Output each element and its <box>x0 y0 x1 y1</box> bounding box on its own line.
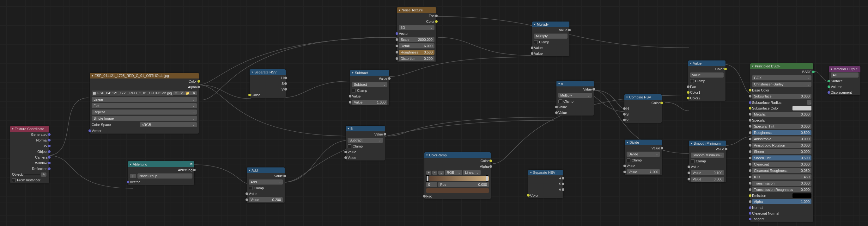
stop-color-swatch[interactable] <box>426 188 489 193</box>
object-picker[interactable]: Object:✎ <box>10 172 49 177</box>
node-header[interactable]: ▾Value <box>688 60 725 66</box>
collapse-icon[interactable]: ▾ <box>130 163 131 166</box>
input-value-2[interactable]: Value1.000 <box>350 99 389 105</box>
remove-stop-button[interactable]: − <box>432 171 437 175</box>
node-header[interactable]: ▾Smooth Minimum <box>689 141 726 146</box>
node-ableitung[interactable]: ▾Ableitung⧉ Ableitung ⛨NodeGroup Vector <box>128 161 194 185</box>
collapse-icon[interactable]: ▾ <box>752 64 754 68</box>
collapse-icon[interactable]: ▾ <box>251 70 253 74</box>
add-stop-button[interactable]: + <box>426 171 431 175</box>
image-preview[interactable]: ▦ESP_041121_1725_RED_C_01_ORTHO.ab.jpg <box>92 90 173 95</box>
node-math-subtract[interactable]: ▾Subtract Value Subtract Clamp Value Val… <box>350 70 389 105</box>
node-header[interactable]: ▾Add <box>247 167 285 173</box>
interp-dropdown[interactable]: Linear <box>463 170 480 175</box>
eyedropper-icon[interactable]: ✎ <box>41 172 46 177</box>
collapse-icon[interactable]: ▾ <box>249 169 250 172</box>
node-math-add[interactable]: ▾Add Value Add Clamp Value Value0.200 <box>247 167 285 203</box>
input-anisotropic-rotation[interactable]: Anisotropic Rotation0.000 <box>750 142 813 148</box>
node-principled-bsdf[interactable]: ▾Principled BSDF BSDF GGX Christensen-Bu… <box>750 63 813 222</box>
color-ramp-gradient[interactable] <box>426 176 489 181</box>
clamp-checkbox[interactable]: Clamp <box>556 98 594 104</box>
stop-index[interactable]: 0 <box>426 182 437 187</box>
collapse-icon[interactable]: ▾ <box>627 141 628 144</box>
node-header[interactable]: ▾Divide <box>625 140 662 145</box>
node-combine-hsv[interactable]: ▾Combine HSV Color H S V <box>624 94 662 123</box>
clamp-checkbox[interactable]: Clamp <box>689 158 726 164</box>
input-clearcoat[interactable]: Clearcoat0.000 <box>750 161 813 167</box>
blend-mode-dropdown[interactable]: Value <box>690 73 723 78</box>
node-header[interactable]: ▾Multiply <box>532 22 569 27</box>
input-scale[interactable]: Scale2000.000 <box>397 36 436 43</box>
operation-dropdown[interactable]: Divide <box>627 151 660 157</box>
node-image-texture[interactable]: ▾ESP_041121_1725_RED_C_01_ORTHO.ab.jpg C… <box>90 73 199 134</box>
collapse-icon[interactable]: ▾ <box>348 127 349 130</box>
input-sheen[interactable]: Sheen0.000 <box>750 148 813 155</box>
source-dropdown[interactable]: Single Image <box>92 116 197 121</box>
node-math-smooth-minimum[interactable]: ▾Smooth Minimum Value Smooth Minimum Cla… <box>689 141 726 182</box>
input-anisotropic[interactable]: Anisotropic0.000 <box>750 136 813 142</box>
input-detail[interactable]: Detail16.000 <box>397 43 436 49</box>
node-material-output[interactable]: ▾Material Output All Surface Volume Disp… <box>829 66 860 95</box>
collapse-icon[interactable]: ▾ <box>92 74 93 77</box>
node-header[interactable]: ▾Noise Texture <box>397 7 436 13</box>
group-icon[interactable]: ⧉ <box>190 162 192 166</box>
input-sheen-tint[interactable]: Sheen Tint0.500 <box>750 155 813 161</box>
input-subsurface-radius[interactable]: Subsurface Radius <box>750 100 813 105</box>
input-transmission[interactable]: Transmission0.000 <box>750 180 813 187</box>
node-math-e[interactable]: ▾e Value Multiply Clamp Value Value <box>556 81 594 116</box>
input-value-3[interactable]: Value0.000 <box>689 176 726 182</box>
node-mix-value[interactable]: ▾Value Color Value Clamp Fac Color1 Colo… <box>688 60 725 101</box>
input-roughness[interactable]: Roughness0.500 <box>397 49 436 55</box>
open-icon[interactable]: 📁 <box>184 91 191 95</box>
operation-dropdown[interactable]: Multiply <box>558 93 592 98</box>
image-row[interactable]: ▦ESP_041121_1725_RED_C_01_ORTHO.ab.jpg ☰… <box>90 90 199 96</box>
clamp-checkbox[interactable]: Clamp <box>625 157 662 163</box>
extension-dropdown[interactable]: Repeat <box>92 110 197 115</box>
input-transmission-roughness[interactable]: Transmission Roughness0.000 <box>750 187 813 193</box>
input-emission[interactable]: Emission <box>750 193 813 198</box>
node-math-b[interactable]: ▾B Value Subtract Clamp Value Value <box>346 126 385 161</box>
input-subsurface-color[interactable]: Subsurface Color <box>750 105 813 111</box>
color-mode-dropdown[interactable]: RGB <box>445 170 462 175</box>
input-subsurface[interactable]: Subsurface0.000 <box>750 93 813 100</box>
nodegroup-picker[interactable]: ⛨NodeGroup <box>128 173 194 179</box>
dimensions-dropdown[interactable]: 3D <box>399 25 434 30</box>
from-instancer-checkbox[interactable]: From Instancer <box>10 177 49 183</box>
input-distortion[interactable]: Distortion0.200 <box>397 55 436 62</box>
collapse-icon[interactable]: ▾ <box>831 67 832 70</box>
input-specular-tint[interactable]: Specular Tint0.000 <box>750 123 813 130</box>
operation-dropdown[interactable]: Subtract <box>348 138 383 143</box>
collapse-icon[interactable]: ▾ <box>558 82 560 85</box>
collapse-icon[interactable]: ▾ <box>12 127 13 131</box>
node-texture-coordinate[interactable]: ▾Texture Coordinate Generated Normal UV … <box>10 126 49 183</box>
collapse-icon[interactable]: ▾ <box>691 142 692 145</box>
collapse-icon[interactable]: ▾ <box>426 153 428 157</box>
collapse-icon[interactable]: ▾ <box>534 23 535 26</box>
operation-dropdown[interactable]: Subtract <box>352 82 388 87</box>
clamp-checkbox[interactable]: Clamp <box>346 143 385 149</box>
node-header[interactable]: ▾B <box>346 126 385 131</box>
clamp-checkbox[interactable]: Clamp <box>688 78 725 84</box>
distribution-dropdown[interactable]: GGX <box>752 75 811 80</box>
clamp-checkbox[interactable]: Clamp <box>532 39 569 45</box>
tools-icon[interactable]: ⌄ <box>438 171 444 175</box>
shield-icon[interactable]: ⛨ <box>130 174 136 178</box>
input-value-2[interactable]: Value0.100 <box>689 170 726 176</box>
close-icon[interactable]: ✕ <box>191 91 197 95</box>
input-ior[interactable]: IOR1.450 <box>750 174 813 180</box>
node-header[interactable]: ▾Ableitung⧉ <box>128 161 194 167</box>
collapse-icon[interactable]: ▾ <box>530 171 532 174</box>
colorspace-row[interactable]: Color SpacesRGB <box>90 121 199 128</box>
node-header[interactable]: ▾Texture Coordinate <box>10 126 49 132</box>
operation-dropdown[interactable]: Add <box>249 179 283 185</box>
clamp-checkbox[interactable]: Clamp <box>350 88 389 93</box>
collapse-icon[interactable]: ▾ <box>399 8 400 12</box>
unlink-icon[interactable]: 2 <box>179 91 184 95</box>
node-header[interactable]: ▾Principled BSDF <box>750 63 813 69</box>
collapse-icon[interactable]: ▾ <box>690 62 692 65</box>
collapse-icon[interactable]: ▾ <box>352 71 353 75</box>
node-header[interactable]: ▾Material Output <box>829 66 860 72</box>
operation-dropdown[interactable]: Multiply <box>534 33 567 38</box>
collapse-icon[interactable]: ▾ <box>626 95 628 99</box>
browse-icon[interactable]: ☰ <box>173 91 179 95</box>
